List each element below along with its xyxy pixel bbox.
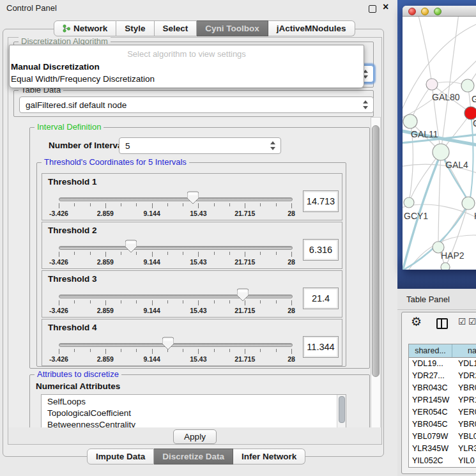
table-data-combobox[interactable]: galFiltered.sif default node: [19, 96, 374, 113]
column-header-name[interactable]: na: [452, 344, 476, 357]
network-node-red[interactable]: [464, 107, 476, 119]
threshold-value-field[interactable]: 14.713: [303, 190, 339, 212]
table-cell[interactable]: YDL19...: [409, 358, 455, 370]
column-header-shared-name[interactable]: shared...: [409, 344, 452, 357]
table-row[interactable]: YBL079WYBL0: [409, 431, 476, 443]
table-row[interactable]: YBR045CYBR0: [409, 418, 476, 431]
threshold-value-field[interactable]: 21.4: [303, 288, 339, 309]
table-cell[interactable]: YLR345W: [409, 443, 455, 455]
zoom-traffic-light-icon[interactable]: [434, 8, 441, 15]
network-canvas[interactable]: GAL80GACGAL11GAL4GCY1HHAP2: [403, 17, 476, 270]
tab-style[interactable]: Style: [116, 20, 154, 36]
attribute-list-item[interactable]: TopologicalCoefficient: [42, 408, 346, 419]
network-edge[interactable]: [438, 203, 468, 247]
popup-option[interactable]: Equal Width/Frequency Discretization: [11, 74, 155, 84]
network-node-green[interactable]: [403, 114, 417, 128]
slider-tick: [105, 300, 106, 305]
slider-tick: [229, 252, 230, 255]
table-panel-divider: [397, 309, 476, 310]
network-node-green[interactable]: [441, 263, 450, 270]
table-cell[interactable]: YDR2: [455, 370, 476, 382]
threshold-value-field[interactable]: 6.316: [303, 239, 339, 261]
table-cell[interactable]: YPR145W: [409, 394, 455, 406]
slider-tick: [291, 300, 292, 305]
table-cell[interactable]: YBL0: [455, 431, 476, 443]
group-title-attributes: Attributes to discretize: [35, 369, 121, 379]
tab-network[interactable]: Network: [54, 20, 116, 36]
tab-cyni-toolbox[interactable]: Cyni Toolbox: [197, 20, 268, 36]
slider-thumb[interactable]: [237, 288, 249, 302]
checkbox-icon[interactable]: ☑: [468, 316, 476, 326]
network-node-pink[interactable]: [426, 79, 438, 90]
float-window-icon[interactable]: [369, 5, 376, 13]
slider-track[interactable]: [59, 197, 293, 201]
table-cell[interactable]: YER0: [455, 406, 476, 418]
settings-scrollbar[interactable]: [371, 117, 381, 429]
tab-discretize-data[interactable]: Discretize Data: [154, 449, 233, 464]
table-cell[interactable]: YBR0: [455, 418, 476, 431]
minimize-traffic-light-icon[interactable]: [421, 8, 429, 15]
tab-jactivemnodules[interactable]: jActiveMNodules: [268, 20, 355, 36]
split-column-icon[interactable]: [436, 318, 448, 329]
numerical-attributes-list[interactable]: SelfLoopsTopologicalCoefficientBetweenne…: [41, 394, 346, 428]
threshold-label: Threshold 2: [48, 226, 97, 235]
slider-tick: [260, 203, 261, 206]
network-edge[interactable]: [418, 17, 432, 84]
table-cell[interactable]: YIL0: [455, 455, 476, 467]
popup-option[interactable]: Manual Discretization: [11, 62, 100, 72]
close-icon[interactable]: ×: [383, 1, 388, 13]
gear-icon[interactable]: ⚙: [411, 314, 422, 329]
table-row[interactable]: YPR145WYPR1: [409, 394, 476, 406]
interval-definition-group: Interval Definition Number of Intervals …: [29, 127, 370, 369]
tab-impute-data[interactable]: Impute Data: [87, 449, 154, 464]
network-node-green[interactable]: [404, 197, 414, 208]
settings-scroll-thumb[interactable]: [372, 125, 380, 377]
combo-stepper-icon: [270, 141, 276, 150]
num-intervals-combobox[interactable]: 5: [119, 137, 281, 154]
table-cell[interactable]: YPR1: [455, 394, 476, 406]
slider-track[interactable]: [59, 295, 293, 298]
table-row[interactable]: YER054CYER0: [409, 406, 476, 418]
table-cell[interactable]: YBR045C: [409, 418, 455, 431]
network-node-green[interactable]: [462, 197, 475, 210]
threshold-value-field[interactable]: 11.344: [303, 336, 339, 358]
attributes-list-scrollbar[interactable]: [337, 395, 346, 428]
slider-track[interactable]: [59, 246, 293, 250]
slider-tick: [260, 252, 261, 255]
table-cell[interactable]: YDR27...: [409, 370, 455, 382]
table-cell[interactable]: YBL079W: [409, 431, 455, 443]
table-cell[interactable]: YBR043C: [409, 382, 455, 394]
table-cell[interactable]: YDL1: [455, 358, 476, 370]
table-cell[interactable]: YIL052C: [409, 455, 455, 467]
network-edge[interactable]: [441, 17, 459, 152]
table-cell[interactable]: YBR0: [455, 382, 476, 394]
tab-select[interactable]: Select: [155, 20, 197, 36]
checkbox-icon[interactable]: ☑: [458, 316, 466, 326]
table-row[interactable]: YIL052CYIL0: [409, 455, 476, 467]
threshold-label: Threshold 4: [48, 323, 97, 332]
slider-track[interactable]: [59, 343, 293, 347]
network-node-green[interactable]: [461, 79, 474, 92]
table-row[interactable]: YBR043CYBR0: [409, 382, 476, 394]
network-view-window[interactable]: GAL80GACGAL11GAL4GCY1HHAP2: [403, 6, 476, 270]
tab-label: Network: [73, 24, 107, 33]
slider-thumb[interactable]: [162, 337, 174, 350]
tab-infer-network[interactable]: Infer Network: [233, 449, 305, 464]
attribute-list-item[interactable]: SelfLoops: [42, 396, 346, 408]
slider-thumb[interactable]: [125, 240, 137, 253]
table-row[interactable]: YDL19...YDL1: [409, 358, 476, 370]
attributes-group: Attributes to discretize Numerical Attri…: [29, 374, 370, 428]
network-node-label: GAL4: [445, 160, 468, 170]
slider-thumb[interactable]: [187, 191, 199, 204]
close-traffic-light-icon[interactable]: [408, 8, 416, 15]
slider-tick: [90, 300, 91, 303]
table-cell[interactable]: YER054C: [409, 406, 455, 418]
table-row[interactable]: YLR345WYLR3: [409, 443, 476, 455]
table-row[interactable]: YDR27...YDR2: [409, 370, 476, 382]
attribute-list-item[interactable]: BetweennessCentrality: [42, 419, 346, 428]
attributes-scroll-thumb[interactable]: [339, 396, 345, 423]
network-node-green[interactable]: [433, 144, 449, 160]
apply-button[interactable]: Apply: [173, 429, 217, 444]
network-edge[interactable]: [438, 152, 441, 247]
table-cell[interactable]: YLR3: [455, 443, 476, 455]
